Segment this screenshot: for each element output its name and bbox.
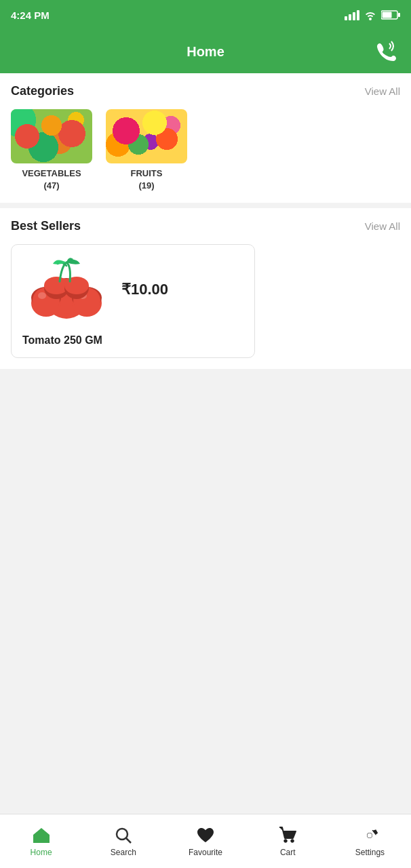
svg-point-26 (368, 833, 372, 837)
phone-button[interactable] (373, 38, 400, 65)
category-image-fruits (106, 109, 187, 163)
nav-item-cart[interactable]: Cart (247, 826, 329, 857)
home-icon (32, 826, 51, 845)
svg-point-20 (117, 829, 128, 840)
battery-icon (381, 10, 400, 20)
category-label-fruits: FRUITS (19) (131, 167, 163, 192)
nav-label-favourite: Favourite (189, 848, 222, 857)
svg-line-21 (126, 838, 131, 843)
svg-point-25 (291, 839, 294, 842)
categories-title: Categories (11, 84, 74, 98)
nav-label-cart: Cart (280, 848, 296, 857)
nav-label-home: Home (31, 848, 52, 857)
page-title: Home (187, 44, 224, 60)
phone-icon (376, 41, 397, 62)
nav-item-search[interactable]: Search (82, 826, 164, 857)
product-card-inner: ₹10.00 (22, 256, 243, 323)
categories-header: Categories View All (11, 84, 400, 98)
svg-point-24 (284, 839, 288, 842)
fruits-image (106, 109, 187, 163)
categories-view-all[interactable]: View All (365, 85, 400, 97)
product-image-tomato (22, 256, 111, 323)
nav-item-favourite[interactable]: Favourite (164, 826, 246, 857)
svg-point-10 (38, 292, 46, 299)
best-sellers-view-all[interactable]: View All (365, 220, 400, 232)
tomato-svg (22, 256, 111, 323)
svg-rect-19 (39, 838, 44, 843)
nav-item-settings[interactable]: Settings (329, 826, 411, 857)
nav-item-home[interactable]: Home (0, 826, 82, 857)
signal-icon (345, 10, 359, 20)
category-label-vegetables: VEGETABLES (47) (22, 167, 81, 192)
categories-grid: VEGETABLES (47) FRUITS (19) (11, 109, 400, 192)
category-image-vegetables (11, 109, 92, 163)
best-sellers-title: Best Sellers (11, 219, 81, 233)
best-sellers-section: Best Sellers View All (0, 208, 411, 369)
svg-rect-1 (383, 12, 392, 18)
search-icon (114, 826, 133, 845)
categories-section: Categories View All VEGETABLES (47) (0, 73, 411, 203)
main-content: Categories View All VEGETABLES (47) (0, 73, 411, 814)
product-card-tomato[interactable]: ₹10.00 Tomato 250 GM (11, 244, 255, 358)
status-time: 4:24 PM (11, 9, 50, 21)
product-name: Tomato 250 GM (22, 334, 243, 347)
cart-icon (278, 826, 297, 845)
bottom-nav: Home Search Favourite (0, 814, 411, 868)
app-header: Home (0, 30, 411, 73)
product-price: ₹10.00 (121, 281, 168, 298)
vegetables-image (11, 109, 92, 163)
category-item-vegetables[interactable]: VEGETABLES (47) (11, 109, 92, 192)
status-bar: 4:24 PM (0, 0, 411, 30)
category-item-fruits[interactable]: FRUITS (19) (106, 109, 187, 192)
nav-label-settings: Settings (355, 848, 385, 857)
svg-point-18 (64, 277, 89, 294)
svg-rect-2 (398, 13, 400, 17)
wifi-icon (364, 9, 377, 20)
nav-label-search: Search (111, 848, 136, 857)
best-sellers-header: Best Sellers View All (11, 219, 400, 233)
settings-icon (360, 826, 379, 845)
heart-icon (196, 826, 215, 845)
status-icons (345, 9, 400, 20)
